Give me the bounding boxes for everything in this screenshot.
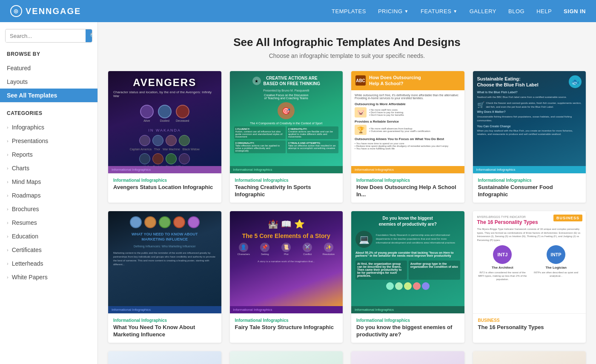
categories-label: CATEGORIES xyxy=(0,102,97,120)
chevron-right-icon: › xyxy=(7,234,9,239)
template-card-avengers[interactable]: AVENGERS Character status and location, … xyxy=(108,71,221,203)
header: ◎ VENNGAGE TEMPLATES PRICING ▼ FEATURES … xyxy=(0,0,596,22)
chevron-right-icon: › xyxy=(7,220,9,225)
chevron-right-icon: › xyxy=(7,125,9,130)
sidebar-item-mind-maps[interactable]: › Mind Maps xyxy=(0,175,97,189)
chevron-right-icon: › xyxy=(7,138,9,143)
pricing-caret: ▼ xyxy=(404,9,409,14)
main-nav: TEMPLATES PRICING ▼ FEATURES ▼ GALLERY B… xyxy=(81,8,586,14)
page-subtitle: Choose an infographic template to suit y… xyxy=(108,52,586,59)
template-card-sustainable[interactable]: Sustainable Eating:Choose the Blue Fish … xyxy=(473,71,586,203)
card-name-personality: The 16 Personality Types xyxy=(478,324,581,331)
nav-signin[interactable]: SIGN IN xyxy=(564,8,586,14)
sidebar-item-roadmaps[interactable]: › Roadmaps xyxy=(0,189,97,202)
nav-help[interactable]: HELP xyxy=(536,8,552,14)
card-footer-avengers: Informational Infographics Avengers Stat… xyxy=(108,173,221,195)
card-footer-fairytale: Informational Infographics Fairy Tale St… xyxy=(230,313,343,335)
card-thumbnail-personality: BUSINESS MYERS-BRIGGS TYPE INDICATOR The… xyxy=(473,211,586,313)
template-card-bottom3[interactable] xyxy=(351,351,464,364)
sidebar-item-infographics[interactable]: › Infographics xyxy=(0,120,97,134)
card-category-fairytale: Informational Infographics xyxy=(235,318,338,323)
sidebar-item-reports[interactable]: › Reports xyxy=(0,148,97,161)
browse-by-label: BROWSE BY xyxy=(0,51,97,61)
card-category-marketing: Informational Infographics xyxy=(113,318,216,323)
card-category-outsourcing: Informational Infographics xyxy=(356,178,459,183)
card-footer-teaching: Informational Infographics Teaching Crea… xyxy=(230,173,343,203)
sidebar-item-resumes[interactable]: › Resumes xyxy=(0,216,97,229)
chevron-right-icon: › xyxy=(7,261,9,266)
chevron-right-icon: › xyxy=(7,179,9,184)
search-input[interactable] xyxy=(6,30,86,42)
sidebar-item-featured[interactable]: Featured xyxy=(0,61,97,75)
card-thumbnail-bottom4 xyxy=(473,351,586,364)
template-card-bottom4[interactable] xyxy=(473,351,586,364)
card-thumbnail-outsourcing: ABC How Does OutsourcingHelp A School? W… xyxy=(351,71,464,173)
logo-text: VENNGAGE xyxy=(26,6,81,16)
template-card-outsourcing[interactable]: ABC How Does OutsourcingHelp A School? W… xyxy=(351,71,464,203)
page-title: See All Infographic Templates And Design… xyxy=(108,36,586,49)
card-footer-productivity: Informational Infographics Do you know t… xyxy=(351,313,464,343)
nav-features[interactable]: FEATURES ▼ xyxy=(421,8,458,14)
sidebar-item-white-papers[interactable]: › White Papers xyxy=(0,270,97,284)
chevron-right-icon: › xyxy=(7,193,9,198)
card-thumbnail-avengers: AVENGERS Character status and location, … xyxy=(108,71,221,173)
template-grid-row2: PREMIUM xyxy=(108,351,586,364)
card-thumbnail-bottom3 xyxy=(351,351,464,364)
sidebar-item-layouts[interactable]: Layouts xyxy=(0,75,97,89)
nav-pricing[interactable]: PRICING ▼ xyxy=(378,8,409,14)
template-card-bottom2[interactable] xyxy=(230,351,343,364)
chevron-right-icon: › xyxy=(7,166,9,171)
template-card-marketing[interactable]: WHAT YOU NEED TO KNOW ABOUTMARKETING INF… xyxy=(108,211,221,343)
card-thumbnail-fairytale: 🏰 📖 ⭐ The 5 Core Elements of a Story 👤 C… xyxy=(230,211,343,313)
card-category-sustainable: Informational Infographics xyxy=(478,178,581,183)
card-category-avengers: Informational Infographics xyxy=(113,178,216,183)
template-card-personality[interactable]: BUSINESS MYERS-BRIGGS TYPE INDICATOR The… xyxy=(473,211,586,343)
card-name-productivity: Do you know the biggest enemies of produ… xyxy=(356,324,459,338)
search-button[interactable]: 🔍 xyxy=(86,29,92,42)
card-name-teaching: Teaching Creativity In Sports Infographi… xyxy=(235,184,338,198)
template-grid: AVENGERS Character status and location, … xyxy=(108,71,586,343)
sidebar-item-presentations[interactable]: › Presentations xyxy=(0,134,97,148)
card-name-outsourcing: How Does Outsourcing Help A School In... xyxy=(356,184,459,198)
page-wrapper: 🔍 BROWSE BY Featured Layouts See All Tem… xyxy=(0,22,596,364)
chevron-right-icon: › xyxy=(7,275,9,280)
template-card-teaching[interactable]: ★ CREATIVE ACTIONS AREBASED ON FREE THIN… xyxy=(230,71,343,203)
card-thumbnail-sustainable: Sustainable Eating:Choose the Blue Fish … xyxy=(473,71,586,173)
card-footer-sustainable: Informational Infographics Sustainable C… xyxy=(473,173,586,203)
template-card-fairytale[interactable]: 🏰 📖 ⭐ The 5 Core Elements of a Story 👤 C… xyxy=(230,211,343,343)
sidebar-item-charts[interactable]: › Charts xyxy=(0,161,97,175)
card-category-personality: BUSINESS xyxy=(478,318,581,323)
sidebar-item-all-templates[interactable]: See All Templates xyxy=(0,89,97,102)
logo[interactable]: ◎ VENNGAGE xyxy=(10,5,81,17)
card-name-sustainable: Sustainable Consumer Food Infographic xyxy=(478,184,581,198)
nav-blog[interactable]: BLOG xyxy=(508,8,524,14)
card-footer-personality: BUSINESS The 16 Personality Types xyxy=(473,313,586,335)
chevron-right-icon: › xyxy=(7,152,9,157)
logo-icon: ◎ xyxy=(10,5,22,17)
card-category-teaching: Informational Infographics xyxy=(235,178,338,183)
avengers-sub-text: Character status and location, by the en… xyxy=(113,90,216,98)
chevron-right-icon: › xyxy=(7,247,9,252)
card-name-fairytale: Fairy Tale Story Structure Infographic xyxy=(235,324,338,331)
card-footer-marketing: Informational Infographics What You Need… xyxy=(108,313,221,343)
chevron-right-icon: › xyxy=(7,206,9,212)
features-caret: ▼ xyxy=(453,9,457,14)
template-card-bottom1[interactable]: PREMIUM xyxy=(108,351,221,364)
sidebar-item-education[interactable]: › Education xyxy=(0,229,97,243)
sidebar-item-letterheads[interactable]: › Letterheads xyxy=(0,257,97,270)
card-thumbnail-bottom1: PREMIUM xyxy=(108,351,221,364)
card-thumbnail-productivity: Do you know the biggestenemies of produc… xyxy=(351,211,464,313)
card-name-avengers: Avengers Status Location Infographic xyxy=(113,184,216,191)
template-card-productivity[interactable]: Do you know the biggestenemies of produc… xyxy=(351,211,464,343)
sidebar-item-certificates[interactable]: › Certificates xyxy=(0,243,97,257)
card-thumbnail-teaching: ★ CREATIVE ACTIONS AREBASED ON FREE THIN… xyxy=(230,71,343,173)
avengers-title-text: AVENGERS xyxy=(133,77,196,89)
card-thumbnail-bottom2 xyxy=(230,351,343,364)
search-box: 🔍 xyxy=(5,29,92,43)
card-category-productivity: Informational Infographics xyxy=(356,318,459,323)
nav-templates[interactable]: TEMPLATES xyxy=(332,8,366,14)
card-name-marketing: What You Need To Know About Marketing In… xyxy=(113,324,216,338)
sidebar-item-brochures[interactable]: › Brochures xyxy=(0,202,97,216)
nav-gallery[interactable]: GALLERY xyxy=(470,8,496,14)
card-footer-outsourcing: Informational Infographics How Does Outs… xyxy=(351,173,464,203)
